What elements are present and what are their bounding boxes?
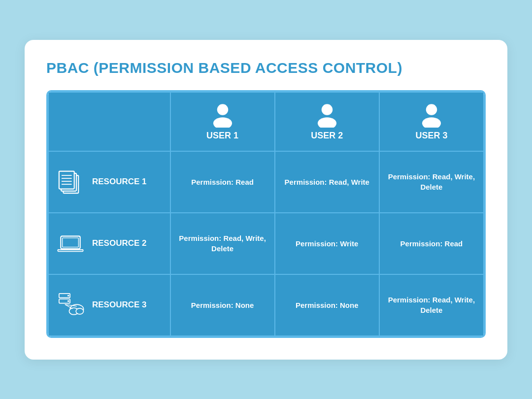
resource1-row: RESOURCE 1 Permission: Read Permission: … [48,151,484,213]
user1-icon [210,102,235,128]
resource3-label: RESOURCE 3 [92,300,147,310]
user3-icon [419,102,444,128]
resource3-user1-perm-text: Permission: None [191,301,254,309]
resource1-user3-perm-text: Permission: Read, Write, Delete [388,172,475,191]
resource2-user3-perm-text: Permission: Read [400,239,463,248]
svg-rect-15 [58,250,83,251]
svg-point-22 [76,308,83,314]
resource3-label-inner: RESOURCE 3 [56,290,162,320]
svg-point-4 [426,104,437,115]
resource2-user1-perm-text: Permission: Read, Write, Delete [179,234,266,253]
pbac-table: USER 1 USER 2 USER 3 [48,92,484,336]
header-user3: USER 3 [379,92,484,151]
svg-point-5 [422,117,441,128]
resource3-user3-perm: Permission: Read, Write, Delete [379,274,484,336]
svg-point-2 [321,104,332,115]
svg-rect-8 [59,171,74,189]
header-empty-cell [48,92,170,151]
resource1-label: RESOURCE 1 [92,177,147,187]
resource1-user2-perm-text: Permission: Read, Write [285,178,369,186]
resource1-label-inner: RESOURCE 1 [56,167,162,197]
resource3-row: RESOURCE 3 Permission: None Permission: … [48,274,484,336]
resource2-user1-perm: Permission: Read, Write, Delete [170,213,275,274]
resource1-user3-perm: Permission: Read, Write, Delete [379,151,484,213]
page-title: PBAC (PERMISSION BASED ACCESS CONTROL) [46,60,486,76]
resource1-user1-perm: Permission: Read [170,151,275,213]
resource1-user1-perm-text: Permission: Read [191,178,254,186]
svg-point-19 [67,300,69,302]
header-user2: USER 2 [275,92,379,151]
svg-point-0 [217,104,228,115]
user2-label: USER 2 [311,131,343,140]
main-card: PBAC (PERMISSION BASED ACCESS CONTROL) U… [25,40,507,360]
svg-rect-14 [63,238,79,247]
resource1-user2-perm: Permission: Read, Write [275,151,379,213]
resource2-label-cell: RESOURCE 2 [48,213,170,274]
resource2-icon [56,229,85,258]
resource3-icon [56,290,85,320]
resource3-label-cell: RESOURCE 3 [48,274,170,336]
resource1-label-cell: RESOURCE 1 [48,151,170,213]
svg-point-3 [318,117,336,128]
resource2-row: RESOURCE 2 Permission: Read, Write, Dele… [48,213,484,274]
resource2-user2-perm-text: Permission: Write [296,239,358,248]
user1-label: USER 1 [206,131,238,140]
resource2-user3-perm: Permission: Read [379,213,484,274]
resource3-user3-perm-text: Permission: Read, Write, Delete [388,296,475,314]
user3-label: USER 3 [415,131,447,140]
pbac-table-wrap: USER 1 USER 2 USER 3 [46,90,486,338]
svg-point-17 [67,295,69,296]
resource1-icon [56,167,85,197]
svg-point-1 [213,117,232,128]
resource2-label: RESOURCE 2 [92,238,147,248]
resource2-label-inner: RESOURCE 2 [56,229,162,258]
user2-icon [314,102,340,128]
resource3-user1-perm: Permission: None [170,274,275,336]
resource3-user2-perm-text: Permission: None [296,301,359,309]
header-row: USER 1 USER 2 USER 3 [48,92,484,151]
resource3-user2-perm: Permission: None [275,274,379,336]
resource2-user2-perm: Permission: Write [275,213,379,274]
header-user1: USER 1 [170,92,275,151]
